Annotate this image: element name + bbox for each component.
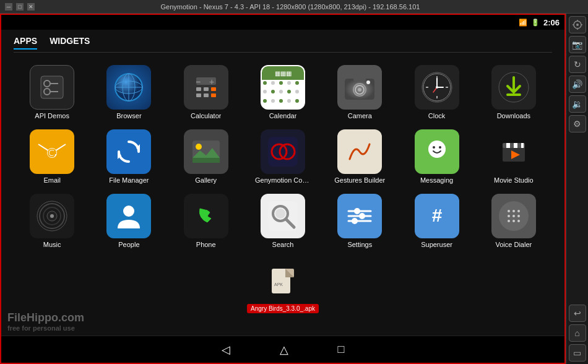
svg-point-44	[50, 150, 54, 155]
messaging-icon	[415, 129, 459, 174]
search-label: Search	[272, 241, 294, 248]
app-superuser[interactable]: # Superuser	[398, 191, 475, 251]
svg-point-84	[352, 218, 358, 224]
app-file-manager[interactable]: File Manager	[90, 127, 167, 186]
app-search[interactable]: Search	[244, 191, 321, 251]
settings-sidebar-button[interactable]: ⚙	[569, 115, 586, 132]
svg-rect-14	[204, 87, 209, 91]
superuser-label: Superuser	[421, 241, 452, 248]
calculator-label: Calculator	[191, 112, 222, 119]
voice-dialer-icon	[491, 194, 536, 238]
volume-up-button[interactable]: 🔊	[569, 76, 586, 93]
gallery-icon	[184, 129, 228, 174]
app-clock[interactable]: Clock	[398, 63, 475, 122]
people-label: People	[118, 241, 139, 248]
apps-grid: API Demos	[14, 63, 552, 251]
svg-point-82	[354, 208, 360, 214]
svg-point-76	[275, 209, 285, 219]
back-sidebar-button[interactable]: ↩	[569, 305, 586, 322]
app-downloads[interactable]: Downloads	[475, 63, 552, 122]
svg-rect-17	[204, 93, 209, 97]
close-button[interactable]: ✕	[27, 3, 35, 11]
home-button[interactable]: △	[280, 343, 288, 357]
app-messaging[interactable]: Messaging	[398, 127, 475, 186]
app-settings[interactable]: Settings	[321, 191, 398, 251]
search-icon-app	[261, 194, 305, 238]
tab-apps[interactable]: APPS	[14, 36, 37, 50]
app-calculator[interactable]: + − Calculator	[168, 63, 244, 122]
app-phone[interactable]: Phone	[168, 191, 244, 251]
app-voice-dialer[interactable]: Voice Dialer	[475, 191, 552, 251]
voice-dialer-label: Voice Dialer	[495, 241, 532, 248]
app-camera[interactable]: Camera	[321, 63, 398, 122]
recent-sidebar-button[interactable]: ▭	[569, 344, 586, 362]
app-movie-studio[interactable]: Movie Studio	[475, 127, 552, 186]
superuser-icon: #	[415, 194, 459, 238]
app-music[interactable]: Music	[14, 191, 90, 251]
svg-point-28	[358, 88, 361, 92]
tab-widgets[interactable]: WIDGETS	[50, 36, 90, 50]
calculator-icon: + −	[184, 65, 228, 110]
camera-sidebar-button[interactable]: 📷	[569, 36, 586, 53]
svg-rect-16	[196, 93, 201, 97]
movie-studio-label: Movie Studio	[494, 176, 534, 184]
calendar-icon: ▦▦▦	[261, 65, 305, 110]
file-manager-label: File Manager	[109, 176, 149, 184]
minimize-button[interactable]: ─	[5, 3, 12, 11]
home-sidebar-button[interactable]: ⌂	[569, 324, 586, 342]
svg-rect-64	[521, 143, 524, 148]
recent-button[interactable]: □	[338, 343, 345, 356]
svg-text:#: #	[431, 205, 442, 225]
email-label: Email	[43, 176, 61, 184]
app-email[interactable]: Email	[14, 127, 90, 186]
movie-studio-icon	[491, 129, 536, 174]
app-api-demos[interactable]: API Demos	[14, 63, 90, 122]
browser-label: Browser	[116, 112, 141, 119]
status-bar: 📶 🔋 2:06	[1, 15, 564, 30]
main-container: 📶 🔋 2:06 APPS WIDGETS	[0, 14, 588, 364]
rotation-button[interactable]: ↻	[569, 56, 586, 73]
svg-point-95	[512, 220, 515, 222]
app-genymotion[interactable]: Genymotion Con...	[244, 127, 321, 186]
app-calendar[interactable]: ▦▦▦ Calendar	[244, 63, 321, 122]
svg-point-56	[428, 141, 446, 158]
svg-point-39	[436, 86, 438, 89]
svg-point-93	[517, 215, 520, 217]
status-time: 2:06	[543, 18, 560, 27]
music-label: Music	[43, 241, 61, 248]
right-sidebar: 📷 ↻ 🔊 🔉 ⚙ ↩ ⌂ ▭	[566, 14, 588, 364]
titlebar: ─ □ ✕ Genymotion - Nexus 7 - 4.3 - API 1…	[0, 0, 588, 14]
svg-rect-15	[211, 87, 216, 91]
phone-label: Phone	[196, 241, 216, 248]
svg-point-101	[576, 24, 579, 26]
svg-point-49	[196, 144, 202, 150]
calendar-label: Calendar	[269, 112, 297, 119]
file-manager-icon	[106, 129, 151, 174]
maximize-button[interactable]: □	[16, 3, 24, 11]
app-gallery[interactable]: Gallery	[168, 127, 244, 186]
app-gestures[interactable]: Gestures Builder	[321, 127, 398, 186]
genymotion-icon	[261, 129, 305, 174]
svg-point-89	[512, 210, 515, 212]
svg-point-90	[517, 210, 520, 212]
window-title: Genymotion - Nexus 7 - 4.3 - API 18 - 12…	[35, 3, 546, 11]
email-icon	[30, 129, 74, 174]
clock-icon	[415, 65, 459, 110]
window-controls[interactable]: ─ □ ✕	[5, 3, 35, 11]
volume-down-button[interactable]: 🔉	[569, 95, 586, 113]
phone-icon	[184, 194, 228, 238]
app-browser[interactable]: Browser	[90, 63, 167, 122]
svg-rect-13	[196, 87, 201, 91]
svg-point-72	[123, 206, 134, 217]
downloads-label: Downloads	[497, 112, 530, 119]
watermark: FileHippo.com free for personal use	[7, 311, 84, 332]
back-button[interactable]: ◁	[222, 343, 230, 357]
camera-label: Camera	[348, 112, 372, 119]
android-screen: 📶 🔋 2:06 APPS WIDGETS	[0, 14, 566, 364]
gallery-label: Gallery	[195, 176, 217, 184]
app-people[interactable]: People	[90, 191, 167, 251]
apk-label: Angry Birds_3.3.0_.apk	[247, 304, 319, 313]
settings-icon	[337, 194, 382, 238]
svg-rect-62	[506, 143, 510, 148]
gps-button[interactable]	[569, 16, 586, 33]
